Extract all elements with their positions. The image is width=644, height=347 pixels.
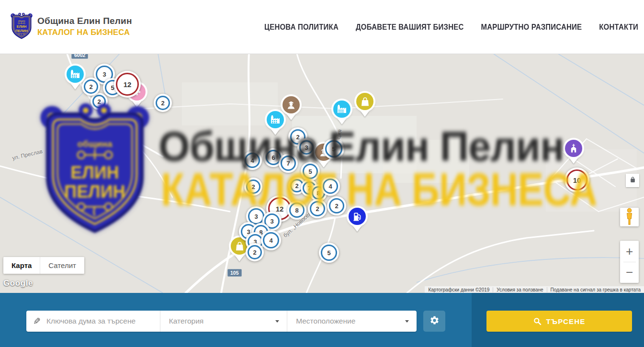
- map-type-control: Карта Сателит: [3, 257, 84, 274]
- cluster-marker[interactable]: 8: [287, 201, 306, 220]
- cluster-count: 2: [246, 179, 260, 194]
- location-select[interactable]: Местоположение: [287, 311, 417, 332]
- header: община ЕЛИН ПЕЛИН Община Елин Пелин КАТА…: [0, 0, 644, 54]
- advanced-settings-button[interactable]: [423, 311, 445, 332]
- map-canvas[interactable]: ул. Преславбул. „Новоселция6002105 32512…: [0, 54, 644, 293]
- pencil-icon: ✎: [33, 316, 41, 327]
- road-number-badge: 6002: [71, 54, 88, 59]
- main-nav: ЦЕНОВА ПОЛИТИКАДОБАВЕТЕ ВАШИЯТ БИЗНЕСМАР…: [264, 0, 638, 54]
- zoom-in-button[interactable]: +: [620, 241, 639, 262]
- category-select[interactable]: Категория: [160, 311, 287, 332]
- cluster-marker[interactable]: 2: [244, 178, 262, 196]
- municipality-crest-icon: община ЕЛИН ПЕЛИН: [11, 12, 33, 40]
- nav-item[interactable]: МАРШРУТНО РАЗПИСАНИЕ: [481, 22, 582, 31]
- factory-pin[interactable]: [67, 66, 84, 83]
- map-attribution: Картографски данни ©2019Условия за ползв…: [425, 286, 644, 293]
- site-title: Община Елин Пелин: [37, 16, 132, 26]
- cluster-count: 7: [281, 156, 296, 171]
- site-subtitle: КАТАЛОГ НА БИЗНЕСА: [37, 28, 132, 37]
- cluster-count: 4: [245, 153, 260, 168]
- fuel-pin[interactable]: [349, 208, 366, 225]
- cluster-marker[interactable]: 4: [243, 151, 262, 170]
- cluster-count: 8: [289, 202, 305, 218]
- logo-text: Община Елин Пелин КАТАЛОГ НА БИЗНЕСА: [37, 16, 132, 37]
- search-bar: ✎ Категория Местоположение ТЪРСЕНЕ: [0, 293, 644, 347]
- google-logo[interactable]: Google: [3, 279, 33, 288]
- cluster-marker[interactable]: 4: [261, 230, 281, 250]
- cluster-marker[interactable]: 2: [327, 196, 346, 215]
- street-view-pegman[interactable]: [620, 208, 639, 226]
- search-button-label: ТЪРСЕНЕ: [546, 317, 586, 325]
- cluster-count: 2: [310, 201, 325, 216]
- zoom-control: + −: [620, 241, 639, 283]
- chevron-down-icon: [275, 320, 279, 323]
- page: община ЕЛИН ПЕЛИН Община Елин Пелин КАТА…: [0, 0, 644, 347]
- cluster-count: 2: [329, 198, 344, 213]
- search-button[interactable]: ТЪРСЕНЕ: [486, 311, 632, 332]
- cluster-count: 5: [321, 245, 337, 261]
- factory-pin[interactable]: [267, 111, 284, 128]
- location-select-value: Местоположение: [296, 317, 355, 325]
- cluster-count: 2: [84, 79, 98, 94]
- nav-item[interactable]: КОНТАКТИ: [599, 22, 638, 31]
- cluster-count: 5: [325, 140, 342, 157]
- cluster-count: 2: [248, 245, 262, 259]
- search-fields-group: ✎ Категория Местоположение: [26, 311, 417, 332]
- cluster-marker[interactable]: 5: [301, 162, 320, 181]
- cluster-marker[interactable]: 7: [279, 154, 298, 173]
- cluster-marker[interactable]: 2: [154, 94, 172, 112]
- bag-pin[interactable]: [356, 93, 373, 110]
- lock-button[interactable]: [626, 174, 639, 187]
- crest-top-text: община: [18, 20, 26, 22]
- cluster-marker[interactable]: 12: [114, 71, 141, 98]
- nav-item[interactable]: ДОБАВЕТЕ ВАШИЯТ БИЗНЕС: [356, 22, 463, 31]
- cluster-count: 3: [299, 140, 314, 155]
- pegman-icon: [624, 208, 634, 227]
- cluster-marker[interactable]: 2: [82, 78, 100, 96]
- keyword-search-input[interactable]: [45, 310, 160, 332]
- cluster-marker[interactable]: 10: [565, 168, 589, 192]
- cluster-count: 2: [156, 96, 170, 110]
- keyword-field: ✎: [26, 311, 160, 332]
- cluster-marker[interactable]: 5: [323, 138, 344, 159]
- cluster-count: 2: [92, 95, 106, 108]
- cluster-count: 12: [116, 73, 139, 96]
- church-pin[interactable]: [565, 140, 582, 157]
- chevron-down-icon: [405, 320, 409, 323]
- report-error-link[interactable]: Подаване на сигнал за грешка в картата: [547, 287, 644, 292]
- cluster-marker[interactable]: 3: [297, 138, 316, 157]
- gear-icon: [429, 315, 440, 327]
- road-number-badge: 105: [227, 269, 242, 277]
- attribution-text: Картографски данни ©2019: [425, 287, 493, 292]
- crest-name-line1: ЕЛИН: [17, 24, 26, 29]
- factory-pin[interactable]: [333, 101, 350, 118]
- lock-icon: [630, 177, 636, 184]
- worker-pin[interactable]: [282, 96, 300, 113]
- logo-link[interactable]: община ЕЛИН ПЕЛИН Община Елин Пелин КАТА…: [11, 12, 132, 40]
- cluster-count: 4: [323, 179, 338, 194]
- category-select-value: Категория: [169, 317, 203, 325]
- cluster-marker[interactable]: 5: [319, 243, 339, 263]
- nav-item[interactable]: ЦЕНОВА ПОЛИТИКА: [264, 22, 339, 31]
- crest-name-line2: ПЕЛИН: [15, 29, 28, 33]
- cluster-marker[interactable]: 2: [308, 199, 327, 218]
- cluster-count: 10: [566, 169, 588, 190]
- cluster-count: 4: [263, 232, 279, 248]
- zoom-out-button[interactable]: −: [620, 262, 639, 283]
- satellite-view-button[interactable]: Сателит: [40, 257, 84, 274]
- cluster-marker[interactable]: 4: [321, 177, 340, 196]
- magnifier-icon: [533, 317, 542, 325]
- cluster-marker[interactable]: 2: [246, 243, 264, 261]
- cluster-count: 5: [303, 164, 318, 179]
- map-view-button[interactable]: Карта: [3, 257, 40, 274]
- terms-link[interactable]: Условия за ползване: [493, 287, 546, 292]
